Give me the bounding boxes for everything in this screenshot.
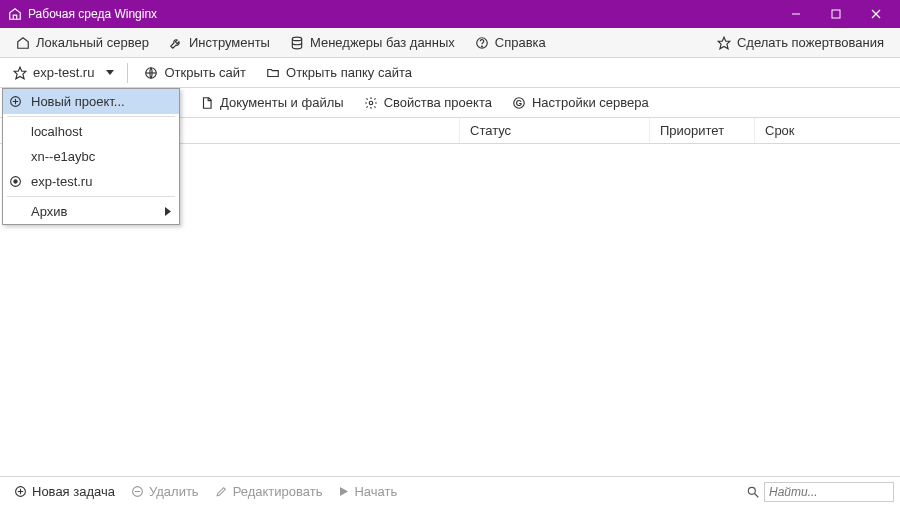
svg-marker-7 xyxy=(718,37,730,49)
new-task-button[interactable]: Новая задача xyxy=(6,477,123,507)
star-icon xyxy=(13,66,27,80)
titlebar: Рабочая среда Winginx xyxy=(0,0,900,28)
wrench-icon xyxy=(169,36,183,50)
dropdown-item-xn[interactable]: xn--e1aybc xyxy=(3,144,179,169)
dropdown-item-label: localhost xyxy=(31,124,82,139)
menu-tools-label: Инструменты xyxy=(189,35,270,50)
database-icon xyxy=(290,36,304,50)
app-icon xyxy=(8,7,22,21)
server-settings-label: Настройки сервера xyxy=(532,95,649,110)
svg-point-6 xyxy=(481,46,482,47)
plus-circle-icon xyxy=(14,485,27,498)
project-props-button[interactable]: Свойства проекта xyxy=(354,88,502,118)
edit-label: Редактировать xyxy=(233,484,323,499)
pencil-icon xyxy=(215,485,228,498)
dropdown-new-project-label: Новый проект... xyxy=(31,94,125,109)
new-task-label: Новая задача xyxy=(32,484,115,499)
server-settings-button[interactable]: G Настройки сервера xyxy=(502,88,659,118)
start-button: Начать xyxy=(330,477,405,507)
server-gear-icon: G xyxy=(512,96,526,110)
project-dropdown-menu: Новый проект... localhost xn--e1aybc exp… xyxy=(2,88,180,225)
bottombar: Новая задача Удалить Редактировать Начат… xyxy=(0,476,900,506)
menu-local-server[interactable]: Локальный сервер xyxy=(6,28,159,58)
svg-text:G: G xyxy=(516,98,522,107)
star-icon xyxy=(717,36,731,50)
project-dropdown-label: exp-test.ru xyxy=(33,65,94,80)
dropdown-item-label: xn--e1aybc xyxy=(31,149,95,164)
home-icon xyxy=(16,36,30,50)
minus-circle-icon xyxy=(131,485,144,498)
separator xyxy=(7,116,175,117)
table-header-priority[interactable]: Приоритет xyxy=(650,118,755,143)
project-dropdown[interactable]: exp-test.ru xyxy=(6,61,121,85)
chevron-right-icon xyxy=(165,204,171,219)
svg-marker-9 xyxy=(106,70,114,75)
dropdown-new-project[interactable]: Новый проект... xyxy=(3,89,179,114)
menu-help-label: Справка xyxy=(495,35,546,50)
minimize-button[interactable] xyxy=(776,0,816,28)
globe-icon xyxy=(144,66,158,80)
maximize-button[interactable] xyxy=(816,0,856,28)
close-button[interactable] xyxy=(856,0,896,28)
search-icon xyxy=(746,485,760,499)
svg-point-4 xyxy=(292,37,301,41)
edit-button: Редактировать xyxy=(207,477,331,507)
docs-files-button[interactable]: Документы и файлы xyxy=(190,88,354,118)
separator xyxy=(127,63,128,83)
open-site-button[interactable]: Открыть сайт xyxy=(134,58,256,88)
svg-marker-19 xyxy=(165,207,171,216)
search-input[interactable] xyxy=(764,482,894,502)
svg-line-27 xyxy=(755,493,759,497)
window-title: Рабочая среда Winginx xyxy=(28,7,157,21)
gear-icon xyxy=(364,96,378,110)
menu-donate-label: Сделать пожертвования xyxy=(737,35,884,50)
delete-button: Удалить xyxy=(123,477,207,507)
help-icon xyxy=(475,36,489,50)
menu-local-server-label: Локальный сервер xyxy=(36,35,149,50)
play-icon xyxy=(338,486,349,497)
svg-marker-25 xyxy=(340,487,348,496)
menu-tools[interactable]: Инструменты xyxy=(159,28,280,58)
folder-icon xyxy=(266,66,280,80)
docs-files-label: Документы и файлы xyxy=(220,95,344,110)
project-toolbar: exp-test.ru Открыть сайт Открыть папку с… xyxy=(0,58,900,88)
menu-db-managers[interactable]: Менеджеры баз данных xyxy=(280,28,465,58)
dropdown-item-exptest[interactable]: exp-test.ru xyxy=(3,169,179,194)
table-header-due[interactable]: Срок xyxy=(755,118,900,143)
start-label: Начать xyxy=(354,484,397,499)
svg-rect-1 xyxy=(832,10,840,18)
dropdown-archive-label: Архив xyxy=(31,204,67,219)
plus-circle-icon xyxy=(9,95,22,108)
delete-label: Удалить xyxy=(149,484,199,499)
open-folder-button[interactable]: Открыть папку сайта xyxy=(256,58,422,88)
project-props-label: Свойства проекта xyxy=(384,95,492,110)
svg-marker-8 xyxy=(14,67,26,79)
svg-point-26 xyxy=(748,487,755,494)
svg-point-18 xyxy=(14,180,17,183)
menubar: Локальный сервер Инструменты Менеджеры б… xyxy=(0,28,900,58)
dropdown-item-localhost[interactable]: localhost xyxy=(3,119,179,144)
open-folder-label: Открыть папку сайта xyxy=(286,65,412,80)
dropdown-item-label: exp-test.ru xyxy=(31,174,92,189)
separator xyxy=(7,196,175,197)
target-icon xyxy=(9,175,22,188)
menu-db-managers-label: Менеджеры баз данных xyxy=(310,35,455,50)
open-site-label: Открыть сайт xyxy=(164,65,246,80)
menu-help[interactable]: Справка xyxy=(465,28,556,58)
chevron-down-icon xyxy=(106,70,114,76)
file-icon xyxy=(200,96,214,110)
table-header-status[interactable]: Статус xyxy=(460,118,650,143)
menu-donate[interactable]: Сделать пожертвования xyxy=(707,28,894,58)
svg-point-11 xyxy=(369,101,373,105)
dropdown-archive[interactable]: Архив xyxy=(3,199,179,224)
